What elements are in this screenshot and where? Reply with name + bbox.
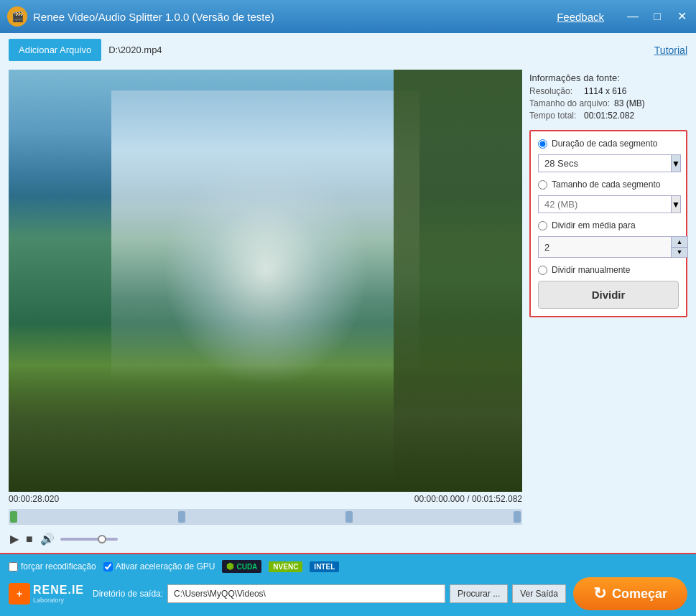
- option-duration-radio[interactable]: [538, 139, 547, 149]
- close-button[interactable]: ✕: [674, 11, 689, 22]
- intel-badge: INTEL: [310, 561, 339, 572]
- video-frame: [9, 70, 522, 492]
- current-time-label: 00:00:28.020: [9, 492, 59, 506]
- video-panel: 00:00:28.020 00:00:00.000 / 00:01:52.082: [9, 70, 522, 550]
- content-area: 00:00:28.020 00:00:00.000 / 00:01:52.082: [0, 67, 696, 553]
- output-section: + RENE.IE Laboratory Diretório de saída:…: [9, 583, 566, 605]
- gpu-options-row: forçar recodificação Ativar aceleração d…: [9, 560, 687, 573]
- size-dropdown-arrow[interactable]: ▼: [671, 195, 681, 213]
- option-manual-label[interactable]: Dividir manualmente: [552, 265, 630, 275]
- rocks-bottom: [9, 365, 522, 492]
- timeline-marker-1: [10, 511, 17, 523]
- feedback-link[interactable]: Feedback: [557, 11, 604, 23]
- timeline-marker-3: [345, 511, 353, 523]
- logo-text: RENE.IE Laboratory: [33, 584, 84, 604]
- split-options-box: Duração de cada segmento ▼ Tamanho de ca…: [529, 130, 687, 317]
- cuda-badge: ⬢ CUDA: [222, 560, 261, 573]
- source-info: Informações da fonte: Resolução: 1114 x …: [529, 70, 687, 126]
- option-average-label[interactable]: Dividir em média para: [552, 220, 636, 230]
- timeline-marker-2: [178, 511, 185, 523]
- filesize-row: Tamanho do arquivo: 83 (MB): [529, 98, 687, 108]
- option-size-row: Tamanho de cada segmento: [538, 179, 679, 190]
- option-manual-row: Dividir manualmente: [538, 265, 679, 275]
- video-display: [9, 70, 522, 492]
- resolution-label: Resolução:: [529, 86, 580, 96]
- option-duration-row: Duração de cada segmento: [538, 139, 679, 149]
- force-recode-label[interactable]: forçar recodificação: [9, 561, 96, 571]
- add-file-button[interactable]: Adicionar Arquivo: [9, 39, 101, 61]
- source-info-title: Informações da fonte:: [529, 73, 687, 83]
- output-path-input[interactable]: [167, 584, 445, 603]
- volume-thumb: [98, 535, 106, 543]
- divide-button[interactable]: Dividir: [538, 281, 679, 309]
- mist-effect: [163, 154, 368, 386]
- average-input[interactable]: [538, 236, 671, 258]
- bottom-section: forçar recodificação Ativar aceleração d…: [0, 553, 696, 616]
- minimize-button[interactable]: —: [626, 11, 640, 22]
- spinbox-up-button[interactable]: ▲: [672, 237, 687, 247]
- force-recode-checkbox[interactable]: [9, 562, 18, 571]
- option-manual-radio[interactable]: [538, 266, 547, 275]
- browse-button[interactable]: Procurar ...: [450, 584, 508, 603]
- position-total-time: 00:00:00.000 / 00:01:52.082: [414, 492, 522, 506]
- volume-slider[interactable]: [60, 538, 118, 541]
- timeline-marker-4: [514, 511, 521, 523]
- filesize-value: 83 (MB): [614, 98, 645, 108]
- logo-icon: +: [9, 583, 30, 605]
- option-size-radio[interactable]: [538, 180, 547, 190]
- resolution-value: 1114 x 616: [584, 86, 626, 96]
- gpu-accel-label[interactable]: Ativar aceleração de GPU: [103, 561, 215, 571]
- app-title: Renee Video/Audio Splitter 1.0.0 (Versão…: [33, 11, 557, 23]
- file-path: D:\2020.mp4: [108, 45, 647, 55]
- logo-area: + RENE.IE Laboratory: [9, 583, 84, 605]
- duration-dropdown-row: ▼: [538, 154, 679, 172]
- time-label-row: 00:00:28.020 00:00:00.000 / 00:01:52.082: [9, 492, 522, 506]
- video-content: [9, 70, 522, 492]
- size-dropdown-row: ▼: [538, 195, 679, 213]
- start-button[interactable]: ↻ Começar: [573, 577, 687, 610]
- output-row: + RENE.IE Laboratory Diretório de saída:…: [9, 577, 687, 610]
- resolution-row: Resolução: 1114 x 616: [529, 86, 687, 96]
- window-controls: — □ ✕: [626, 11, 689, 22]
- option-duration-label[interactable]: Duração de cada segmento: [552, 139, 657, 149]
- tutorial-link[interactable]: Tutorial: [654, 45, 687, 56]
- main-container: Adicionar Arquivo D:\2020.mp4 Tutorial: [0, 33, 696, 616]
- totaltime-value: 00:01:52.082: [584, 111, 634, 121]
- title-bar: 🎬 Renee Video/Audio Splitter 1.0.0 (Vers…: [0, 0, 696, 33]
- option-size-label[interactable]: Tamanho de cada segmento: [552, 179, 660, 190]
- nvenc-badge: NVENC: [269, 561, 302, 572]
- play-button[interactable]: ▶: [9, 531, 20, 547]
- stop-button[interactable]: ■: [24, 531, 34, 547]
- maximize-button[interactable]: □: [650, 11, 664, 22]
- app-icon: 🎬: [7, 6, 27, 27]
- top-bar: Adicionar Arquivo D:\2020.mp4 Tutorial: [0, 33, 696, 67]
- timeline-area[interactable]: [9, 509, 522, 528]
- average-spinbox-row: ▲ ▼: [538, 236, 679, 258]
- spinbox-buttons: ▲ ▼: [671, 236, 688, 258]
- duration-input[interactable]: [538, 154, 671, 172]
- timeline-bar[interactable]: [9, 509, 522, 525]
- spinbox-down-button[interactable]: ▼: [672, 247, 687, 257]
- start-button-icon: ↻: [593, 584, 606, 603]
- playback-controls: ▶ ■ 🔊: [9, 528, 522, 550]
- volume-button[interactable]: 🔊: [39, 531, 56, 547]
- output-directory-label: Diretório de saída:: [93, 589, 163, 599]
- right-panel: Informações da fonte: Resolução: 1114 x …: [529, 70, 687, 550]
- option-average-row: Dividir em média para: [538, 220, 679, 230]
- totaltime-label: Tempo total:: [529, 111, 580, 121]
- duration-dropdown-arrow[interactable]: ▼: [671, 154, 681, 172]
- size-input[interactable]: [538, 195, 671, 213]
- totaltime-row: Tempo total: 00:01:52.082: [529, 111, 687, 121]
- timeline-markers: [9, 511, 522, 523]
- filesize-label: Tamanho do arquivo:: [529, 98, 610, 108]
- view-output-button[interactable]: Ver Saída: [512, 584, 566, 603]
- option-average-radio[interactable]: [538, 221, 547, 230]
- gpu-accel-checkbox[interactable]: [103, 562, 113, 571]
